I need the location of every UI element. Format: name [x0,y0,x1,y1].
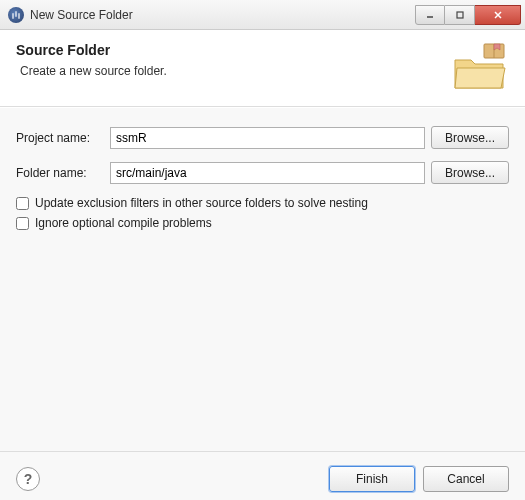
close-button[interactable] [475,5,521,25]
dialog-content: Project name: Browse... Folder name: Bro… [0,107,525,451]
folder-name-label: Folder name: [16,166,104,180]
page-subtitle: Create a new source folder. [20,64,167,78]
dialog-header-text: Source Folder Create a new source folder… [16,42,167,78]
project-browse-button[interactable]: Browse... [431,126,509,149]
folder-name-row: Folder name: Browse... [16,161,509,184]
project-name-row: Project name: Browse... [16,126,509,149]
minimize-button[interactable] [415,5,445,25]
maximize-button[interactable] [445,5,475,25]
eclipse-icon [8,7,24,23]
help-button[interactable]: ? [16,467,40,491]
update-exclusion-checkbox[interactable] [16,197,29,210]
window-titlebar: New Source Folder [0,0,525,30]
finish-button[interactable]: Finish [329,466,415,492]
ignore-optional-label[interactable]: Ignore optional compile problems [35,216,212,230]
folder-name-input[interactable] [110,162,425,184]
ignore-optional-checkbox[interactable] [16,217,29,230]
folder-banner-icon [449,42,509,92]
page-title: Source Folder [16,42,167,58]
folder-browse-button[interactable]: Browse... [431,161,509,184]
window-title: New Source Folder [30,8,415,22]
cancel-button[interactable]: Cancel [423,466,509,492]
update-exclusion-row: Update exclusion filters in other source… [16,196,509,210]
svg-rect-1 [457,12,463,18]
project-name-label: Project name: [16,131,104,145]
dialog-header: Source Folder Create a new source folder… [0,30,525,107]
project-name-input[interactable] [110,127,425,149]
update-exclusion-label[interactable]: Update exclusion filters in other source… [35,196,368,210]
window-controls [415,5,521,25]
dialog-footer: ? Finish Cancel [0,451,525,500]
ignore-optional-row: Ignore optional compile problems [16,216,509,230]
